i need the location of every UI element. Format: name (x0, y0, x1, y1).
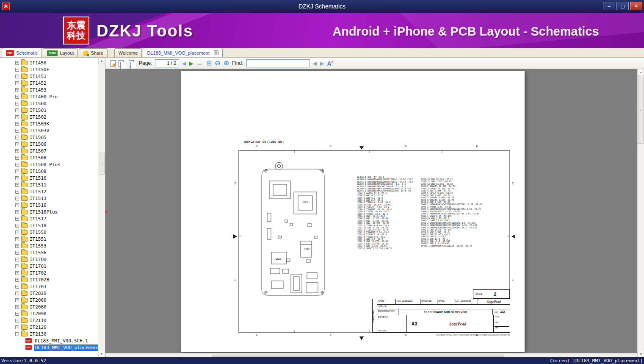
expand-icon[interactable]: + (15, 278, 19, 282)
scrollbar-thumb[interactable]: ≡ (99, 153, 105, 175)
expand-icon[interactable]: + (15, 169, 19, 173)
expand-icon[interactable]: + (15, 271, 19, 275)
tab-document[interactable]: DL183_MMI_VOO_placement ✕ (143, 48, 222, 57)
scroll-up-icon[interactable]: ▲ (98, 58, 105, 64)
sidebar-folder-row[interactable]: + IT1460 Pro (0, 93, 98, 100)
sidebar-folder-row[interactable]: + IT1551 (0, 236, 98, 242)
expand-icon[interactable]: + (15, 258, 19, 261)
scroll-down-icon[interactable]: ▼ (638, 351, 644, 357)
scrollbar-thumb[interactable] (212, 354, 504, 357)
scroll-down-icon[interactable]: ▼ (98, 351, 105, 357)
scroll-up-icon[interactable]: ▲ (638, 69, 644, 75)
expand-icon[interactable]: + (15, 81, 19, 85)
expand-icon[interactable]: + (15, 75, 19, 78)
sidebar-folder-row[interactable]: + IT1513 (0, 195, 98, 202)
maximize-button[interactable]: ▢ (616, 2, 629, 10)
sidebar-folder-row[interactable]: + IT2090 (0, 310, 98, 317)
tab-welcome[interactable]: Welcome (114, 48, 142, 57)
find-next-icon[interactable]: ▶ (320, 60, 324, 67)
sidebar-folder-row[interactable]: + IT2110 (0, 317, 98, 324)
expand-icon[interactable]: + (15, 305, 19, 309)
sidebar-folder-row[interactable]: + IT1701 (0, 263, 98, 270)
expand-icon[interactable]: + (15, 163, 19, 167)
expand-icon[interactable]: + (15, 251, 19, 255)
sidebar-folder-row[interactable]: + IT1505 (0, 134, 98, 141)
fit-width-icon[interactable]: ↔ (196, 60, 203, 67)
sidebar-folder-row[interactable]: + IT2080 (0, 303, 98, 310)
sidebar-folder-row[interactable]: + IT1500 (0, 100, 98, 107)
viewer-vertical-scrollbar[interactable]: ▲ ≡ ▼ (637, 69, 644, 357)
expand-icon[interactable]: + (15, 217, 19, 221)
sidebar-folder-row[interactable]: + IT1516 (0, 202, 98, 208)
file-label-selected[interactable]: DL183_MMI_VOO_placement (34, 345, 98, 351)
sidebar-folder-row[interactable]: + IT1451 (0, 73, 98, 80)
sidebar-folder-row[interactable]: + IT1517 (0, 215, 98, 222)
expand-icon[interactable]: + (15, 142, 19, 146)
sidebar-folder-row[interactable]: + IT1450E (0, 66, 98, 73)
expand-icon[interactable]: + (15, 210, 19, 214)
previous-page-icon[interactable]: ◀ (182, 60, 186, 67)
expand-icon[interactable]: + (15, 122, 19, 126)
expand-icon[interactable]: + (15, 88, 19, 92)
sidebar-folder-row[interactable]: + IT1516Plus (0, 208, 98, 215)
expand-icon[interactable]: + (15, 325, 19, 329)
sidebar-scrollbar[interactable]: ▲ ≡ ▼ (98, 58, 105, 357)
expand-icon[interactable]: + (15, 224, 19, 228)
sidebar-folder-row[interactable]: + IT2060 (0, 297, 98, 303)
expand-icon[interactable]: + (15, 136, 19, 139)
find-previous-icon[interactable]: ◀ (313, 60, 317, 67)
expand-icon[interactable]: + (15, 156, 19, 160)
tab-share[interactable]: Share (79, 48, 107, 57)
sidebar-folder-row[interactable]: + IT1508 (0, 154, 98, 161)
font-size-icon[interactable]: Aa (327, 60, 334, 67)
expand-icon[interactable]: + (15, 203, 19, 207)
sidebar-folder-row[interactable]: + IT1507 (0, 147, 98, 154)
sidebar-folder-row[interactable]: + IT1450 (0, 59, 98, 66)
expand-icon[interactable]: + (15, 190, 19, 194)
expand-icon[interactable]: + (15, 312, 19, 316)
expand-icon[interactable]: + (15, 298, 19, 302)
tab-schematic[interactable]: PDF Schematic (2, 48, 42, 57)
expand-icon[interactable]: + (15, 244, 19, 248)
expand-icon[interactable]: + (15, 319, 19, 322)
file-row[interactable]: PDF DL183_MMI_VOO.SCH.1 (0, 337, 98, 344)
close-tab-icon[interactable]: ✕ (214, 50, 218, 55)
tab-layout[interactable]: PADS Layout (43, 48, 78, 57)
minimize-button[interactable]: – (603, 2, 615, 10)
expand-icon[interactable]: + (15, 95, 19, 99)
sidebar-folder-row[interactable]: + IT1503V (0, 127, 98, 134)
expand-icon[interactable]: + (15, 176, 19, 180)
expand-icon[interactable]: + (15, 231, 19, 234)
sidebar-folder-row[interactable]: + IT1553 (0, 242, 98, 249)
close-button[interactable]: ✕ (630, 2, 642, 10)
sidebar-folder-row[interactable]: + IT1503K (0, 120, 98, 127)
two-page-view-icon[interactable] (119, 60, 124, 67)
expand-icon[interactable]: + (15, 183, 19, 187)
zoom-in-icon[interactable]: ⊕ (224, 60, 229, 67)
expand-icon[interactable]: + (15, 197, 19, 200)
expand-icon[interactable]: + (15, 292, 19, 295)
sidebar-folder-row[interactable]: - IT2130 (0, 331, 98, 337)
sidebar-folder-row[interactable]: + IT2020 (0, 290, 98, 297)
file-row[interactable]: PDF DL183_MMI_VOO_placement (0, 344, 98, 351)
page-number-input[interactable] (158, 61, 169, 66)
zoom-out-icon[interactable]: ⊖ (215, 60, 220, 67)
sidebar-folder-row[interactable]: + IT1502 (0, 114, 98, 120)
sidebar-folder-row[interactable]: + IT1501 (0, 107, 98, 114)
next-page-icon[interactable]: ▶ (189, 60, 193, 67)
viewer-horizontal-scrollbar[interactable] (105, 353, 637, 357)
sidebar-folder-row[interactable]: + IT1453 (0, 86, 98, 93)
sidebar-folder-row[interactable]: + IT1512 (0, 188, 98, 195)
sidebar-folder-row[interactable]: + IT1703 (0, 283, 98, 290)
file-label[interactable]: DL183_MMI_VOO.SCH.1 (34, 338, 89, 344)
splitter-arrow-icon[interactable]: ▶ (105, 209, 108, 214)
expand-icon[interactable]: + (15, 115, 19, 119)
expand-icon[interactable]: + (15, 108, 19, 112)
scrollbar-thumb[interactable]: ≡ (638, 76, 644, 144)
sidebar-folder-row[interactable]: + IT1518 (0, 222, 98, 229)
fit-page-icon[interactable]: ⊞ (206, 60, 212, 67)
expand-icon[interactable]: + (15, 237, 19, 241)
sidebar-folder-row[interactable]: + IT1702B (0, 276, 98, 283)
expand-icon[interactable]: + (15, 102, 19, 106)
expand-icon[interactable]: + (15, 129, 19, 133)
